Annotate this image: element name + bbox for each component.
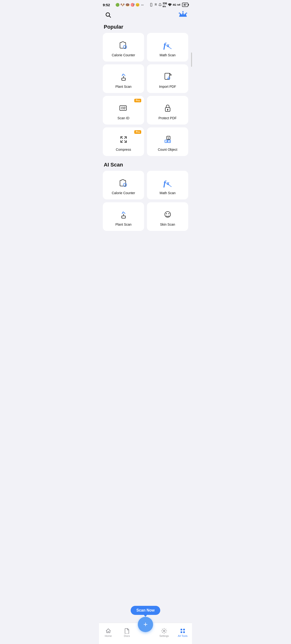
popular-grid: Calorie Counter f x Math Scan	[99, 33, 192, 156]
svg-text:3: 3	[169, 140, 170, 143]
fab-plus-icon: +	[143, 620, 148, 628]
svg-line-7	[109, 16, 111, 18]
svg-rect-2	[177, 4, 178, 6]
count-object-icon: 1 2 3	[162, 134, 174, 145]
svg-line-31	[121, 140, 122, 142]
calorie-counter-ai-icon	[118, 177, 129, 189]
tool-card-scan-id[interactable]: Pro Scan ID	[103, 96, 144, 124]
compress-label: Compress	[116, 148, 131, 152]
compress-pro-badge: Pro	[134, 130, 141, 134]
svg-point-21	[121, 107, 123, 109]
fab-container: Scan Now +	[131, 606, 160, 632]
count-object-label: Count Object	[158, 148, 178, 152]
svg-rect-5	[180, 4, 180, 6]
tool-card-compress[interactable]: Pro Compress	[103, 127, 144, 156]
svg-rect-49	[180, 629, 182, 630]
svg-line-30	[124, 137, 126, 138]
svg-line-28	[121, 137, 122, 138]
ai-scan-section: AI Scan Calorie Counter f x	[99, 160, 192, 231]
header	[99, 8, 192, 22]
tab-home[interactable]: Home	[99, 628, 118, 637]
tool-card-plant-scan-ai[interactable]: Plant Scan	[103, 202, 144, 231]
scan-id-icon	[118, 102, 129, 114]
plant-scan-icon	[118, 71, 129, 82]
settings-icon	[161, 628, 167, 634]
crown-icon[interactable]	[179, 11, 187, 19]
svg-point-9	[182, 11, 184, 12]
svg-rect-15	[122, 78, 126, 80]
protect-pdf-icon	[162, 102, 174, 114]
tab-settings-label: Settings	[159, 634, 169, 637]
tool-card-skin-scan-ai[interactable]: Skin Scan	[147, 202, 188, 231]
tab-home-label: Home	[105, 634, 112, 637]
math-scan-ai-icon: f x	[162, 177, 174, 189]
ai-scan-title: AI Scan	[99, 160, 192, 171]
home-icon	[106, 628, 111, 634]
scrollbar[interactable]	[191, 52, 192, 67]
svg-rect-50	[183, 629, 185, 630]
ai-scan-grid: Calorie Counter f x Math Scan	[99, 171, 192, 231]
svg-point-46	[166, 213, 167, 214]
tool-card-math-scan-ai[interactable]: f x Math Scan	[147, 171, 188, 200]
tool-card-plant-scan[interactable]: Plant Scan	[103, 64, 144, 93]
content-area: Popular Calorie Counter f x	[99, 22, 192, 278]
calorie-counter-ai-label: Calorie Counter	[112, 191, 135, 195]
svg-point-8	[179, 13, 180, 14]
fab-button[interactable]: +	[138, 617, 153, 632]
svg-rect-3	[178, 4, 178, 6]
scan-id-label: Scan ID	[118, 116, 130, 120]
popular-section: Popular Calorie Counter f x	[99, 22, 192, 156]
protect-pdf-label: Protect PDF	[158, 116, 176, 120]
calorie-counter-icon	[118, 39, 129, 51]
tool-card-protect-pdf[interactable]: Protect PDF	[147, 96, 188, 124]
svg-point-47	[168, 213, 169, 214]
calorie-counter-label: Calorie Counter	[112, 53, 135, 57]
tool-card-math-scan[interactable]: f x Math Scan	[147, 33, 188, 62]
tab-all-tools[interactable]: All Tools	[174, 628, 192, 637]
tool-card-calorie-counter-ai[interactable]: Calorie Counter	[103, 171, 144, 200]
svg-point-48	[164, 630, 165, 632]
svg-text:2: 2	[166, 140, 167, 143]
scan-id-pro-badge: Pro	[134, 99, 141, 102]
status-right-icons: 336B/s 4G 87	[149, 2, 188, 8]
math-scan-label: Math Scan	[160, 53, 176, 57]
tab-all-tools-label: All Tools	[178, 634, 188, 637]
svg-text:1: 1	[168, 137, 169, 140]
svg-rect-51	[180, 631, 182, 633]
status-bar: 9:52 🟢 🐶 🍩 🎯 😊 ··· 336B/s 4G 87	[99, 0, 192, 8]
plant-scan-ai-label: Plant Scan	[116, 222, 132, 226]
scan-now-bubble[interactable]: Scan Now	[131, 606, 160, 615]
status-time: 9:52	[103, 3, 110, 7]
svg-rect-42	[122, 216, 126, 218]
math-scan-ai-label: Math Scan	[160, 191, 176, 195]
tool-card-import-pdf[interactable]: Import PDF	[147, 64, 188, 93]
search-button[interactable]	[104, 10, 112, 19]
plant-scan-label: Plant Scan	[116, 85, 132, 88]
compress-icon	[118, 134, 129, 145]
tab-docs-label: Docs	[124, 634, 130, 637]
tool-card-count-object[interactable]: 1 2 3 Count Object	[147, 127, 188, 156]
svg-rect-52	[183, 631, 185, 633]
svg-rect-4	[179, 4, 179, 6]
tool-card-calorie-counter[interactable]: Calorie Counter	[103, 33, 144, 62]
skin-scan-ai-icon	[162, 209, 174, 220]
svg-rect-0	[150, 3, 152, 6]
svg-line-29	[124, 140, 126, 142]
plant-scan-ai-icon	[118, 209, 129, 220]
svg-point-10	[186, 13, 187, 14]
docs-icon	[124, 628, 130, 634]
math-scan-icon: f x	[162, 39, 174, 51]
all-tools-icon	[180, 628, 186, 634]
import-pdf-label: Import PDF	[159, 85, 176, 88]
skin-scan-ai-label: Skin Scan	[160, 222, 175, 226]
popular-title: Popular	[99, 22, 192, 33]
import-pdf-icon	[162, 71, 174, 82]
